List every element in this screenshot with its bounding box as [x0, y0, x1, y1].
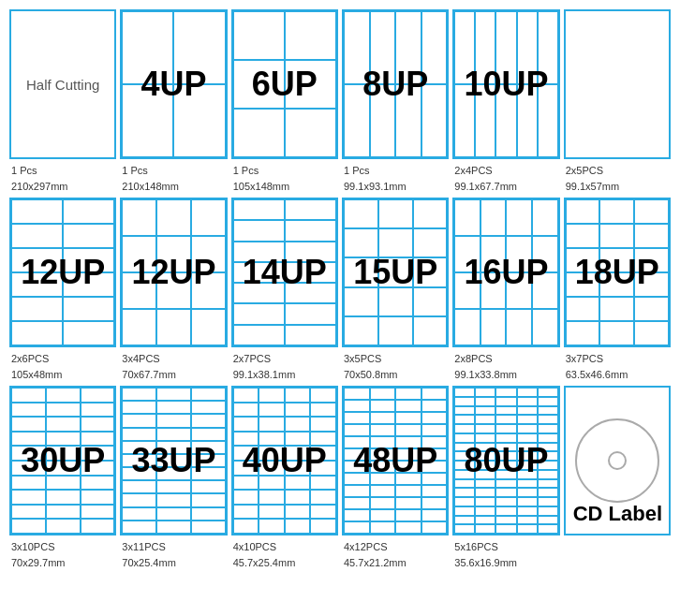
info-48up: 4x12PCS45.7x21.2mm [342, 539, 449, 570]
cd-inner-circle [608, 451, 627, 470]
cd-label-text: CD Label [573, 502, 662, 526]
info-14up: 2x7PCS99.1x38.1mm [231, 351, 338, 382]
cell-16up[interactable]: 16UP2x8PCS99.1x33.8mm [452, 198, 559, 382]
cell-40up[interactable]: 40UP4x10PCS45.7x25.4mm [231, 386, 338, 570]
box-14up: 14UP [231, 198, 338, 347]
label-grid: Half Cutting1 Pcs210x297mm4UP1 Pcs210x14… [9, 9, 671, 570]
cell-12up-b[interactable]: 12UP3x4PCS70x67.7mm [120, 198, 227, 382]
info-80up: 5x16PCS35.6x16.9mm [452, 539, 559, 570]
info-15up: 3x5PCS70x50.8mm [342, 351, 449, 382]
cell-12up-a[interactable]: 12UP2x6PCS105x48mm [9, 198, 116, 382]
box-10up: 10UP [452, 9, 559, 159]
box-80up: 80UP [452, 386, 559, 535]
box-40up: 40UP [231, 386, 338, 535]
box-8up: 8UP [342, 9, 449, 159]
cell-half-cutting[interactable]: Half Cutting1 Pcs210x297mm [9, 9, 116, 194]
box-4up: 4UP [120, 9, 227, 159]
info-4up: 1 Pcs210x148mm [120, 163, 227, 194]
box-dummy1 [564, 9, 671, 159]
cell-30up[interactable]: 30UP3x10PCS70x29.7mm [9, 386, 116, 570]
cell-dummy1[interactable]: 2x5PCS99.1x57mm [564, 9, 671, 194]
info-18up: 3x7PCS63.5x46.6mm [564, 351, 671, 382]
cell-18up[interactable]: 18UP3x7PCS63.5x46.6mm [564, 198, 671, 382]
box-48up: 48UP [342, 386, 449, 535]
box-12up-b: 12UP [120, 198, 227, 347]
cell-cdlabel[interactable]: CD Label [564, 386, 671, 570]
cell-33up[interactable]: 33UP3x11PCS70x25.4mm [120, 386, 227, 570]
info-dummy1: 2x5PCS99.1x57mm [564, 163, 671, 194]
cd-outer-circle [575, 418, 659, 503]
info-half-cutting: 1 Pcs210x297mm [9, 163, 116, 194]
box-15up: 15UP [342, 198, 449, 347]
cell-4up[interactable]: 4UP1 Pcs210x148mm [120, 9, 227, 194]
box-half-cutting: Half Cutting [9, 9, 116, 159]
info-12up-b: 3x4PCS70x67.7mm [120, 351, 227, 382]
info-6up: 1 Pcs105x148mm [231, 163, 338, 194]
cell-6up[interactable]: 6UP1 Pcs105x148mm [231, 9, 338, 194]
box-6up: 6UP [231, 9, 338, 159]
info-16up: 2x8PCS99.1x33.8mm [452, 351, 559, 382]
info-33up: 3x11PCS70x25.4mm [120, 539, 227, 570]
info-10up: 2x4PCS99.1x67.7mm [452, 163, 559, 194]
info-40up: 4x10PCS45.7x25.4mm [231, 539, 338, 570]
half-cutting-label: Half Cutting [26, 75, 99, 95]
box-18up: 18UP [564, 198, 671, 347]
box-30up: 30UP [9, 386, 116, 535]
box-cdlabel: CD Label [564, 386, 671, 535]
cell-15up[interactable]: 15UP3x5PCS70x50.8mm [342, 198, 449, 382]
cell-80up[interactable]: 80UP5x16PCS35.6x16.9mm [452, 386, 559, 570]
info-8up: 1 Pcs99.1x93.1mm [342, 163, 449, 194]
box-16up: 16UP [452, 198, 559, 347]
cell-14up[interactable]: 14UP2x7PCS99.1x38.1mm [231, 198, 338, 382]
info-12up-a: 2x6PCS105x48mm [9, 351, 116, 382]
box-33up: 33UP [120, 386, 227, 535]
cell-48up[interactable]: 48UP4x12PCS45.7x21.2mm [342, 386, 449, 570]
cell-10up[interactable]: 10UP2x4PCS99.1x67.7mm [452, 9, 559, 194]
info-30up: 3x10PCS70x29.7mm [9, 539, 116, 570]
box-12up-a: 12UP [9, 198, 116, 347]
cell-8up[interactable]: 8UP1 Pcs99.1x93.1mm [342, 9, 449, 194]
